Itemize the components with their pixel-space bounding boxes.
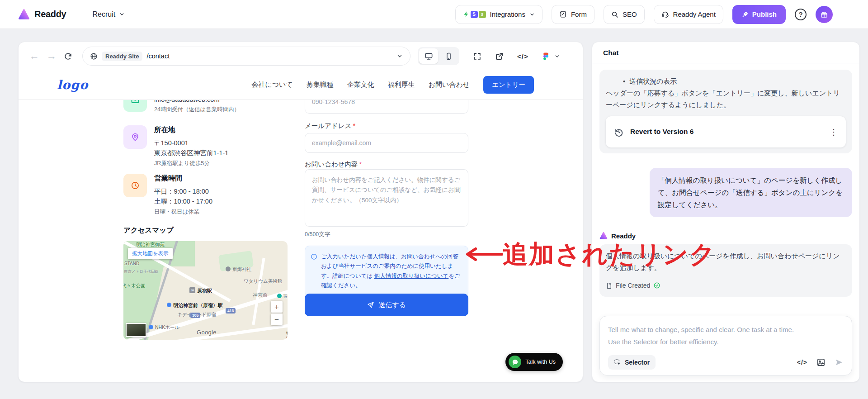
route-badge-413: 413 (226, 308, 236, 314)
selector-button[interactable]: Selector (608, 355, 656, 370)
business-hours-block: 営業時間 平日：9:00 - 18:00 土曜：10:00 - 17:00 日曜… (123, 174, 212, 216)
address-title: 所在地 (154, 125, 228, 135)
selector-label: Selector (625, 359, 650, 366)
contact-address-block: 所在地 〒150-0001 東京都渋谷区神宮前1-1-1 JR原宿駅より徒歩5分 (123, 125, 228, 167)
globe-icon (90, 52, 98, 60)
chat-input[interactable]: Tell me what to change, specific and cle… (599, 316, 852, 375)
site-nav-jobs[interactable]: 募集職種 (307, 81, 334, 89)
street-view-thumbnail[interactable] (126, 323, 146, 337)
required-mark: * (359, 161, 362, 168)
open-external-button[interactable] (495, 52, 504, 61)
site-nav-about[interactable]: 会社について (251, 81, 292, 89)
image-icon (816, 358, 826, 367)
attach-image-button[interactable] (816, 358, 826, 367)
nhk-poi-icon (149, 325, 153, 329)
seo-button[interactable]: SEO (604, 5, 645, 24)
send-icon (367, 301, 374, 309)
fullscreen-button[interactable] (473, 52, 481, 61)
location-pin-icon (123, 125, 147, 149)
assistant-message: 送信状況の表示 ヘッダーの「応募する」ボタンを「エントリー」に変更し、新しいエン… (599, 70, 852, 153)
url-path: /contact (146, 52, 392, 60)
privacy-notice: ご入力いただいた個人情報は、お問い合わせへの回答および当社サービスのご案内のため… (305, 246, 468, 297)
map-zoom-in-button[interactable]: + (271, 301, 283, 313)
kebab-menu-button[interactable]: ⋮ (830, 128, 838, 136)
talk-with-us-button[interactable]: Talk with Us (505, 353, 563, 371)
refresh-icon (64, 52, 72, 61)
device-toggle (418, 47, 459, 65)
privacy-text: ご入力いただいた個人情報は、お問い合わせへの回答および当社サービスのご案内のため… (321, 252, 462, 290)
code-icon: </> (797, 359, 807, 366)
map-label-gyoen: 明治神宮御苑 (136, 242, 165, 248)
site-logo[interactable]: logo (57, 78, 88, 92)
google-map[interactable]: 明治神宮御苑 拡大地図を表示 STAND 東京メトロ千代田線 代々木公園 東郷神… (123, 241, 288, 340)
headset-icon (661, 10, 669, 18)
project-selector[interactable]: Recruit (92, 10, 125, 19)
map-poi-icon (226, 266, 231, 271)
chat-input-actions: </> (797, 358, 844, 367)
readdy-logo-icon (18, 9, 30, 20)
topbar-actions: S s Integrations Form SEO Readdy Agent (455, 5, 833, 24)
send-message-button[interactable] (835, 358, 844, 367)
message-label-text: お問い合わせ内容 (305, 161, 358, 168)
rocket-icon (741, 11, 749, 18)
chat-messages: 送信状況の表示 ヘッダーの「応募する」ボタンを「エントリー」に変更し、新しいエン… (592, 63, 859, 382)
site-nav-benefits[interactable]: 福利厚生 (388, 81, 415, 89)
map-expand-button[interactable]: 拡大地図を表示 (128, 248, 173, 259)
required-mark: * (353, 122, 356, 129)
mobile-icon (445, 52, 453, 60)
map-label-watarium: ワタリウム美術館 (244, 278, 282, 285)
form-button[interactable]: Form (552, 5, 594, 24)
history-icon (614, 127, 624, 137)
site-nav-culture[interactable]: 企業文化 (347, 81, 374, 89)
map-zoom-out-button[interactable]: − (271, 314, 283, 325)
chevron-down-icon[interactable] (396, 53, 403, 59)
figma-icon (542, 52, 550, 60)
chat-panel: Chat 送信状況の表示 ヘッダーの「応募する」ボタンを「エントリー」に変更し、… (592, 42, 860, 382)
url-bar[interactable]: Readdy Site /contact (82, 47, 410, 66)
help-button[interactable]: ? (795, 9, 807, 20)
desktop-view-button[interactable] (419, 48, 438, 64)
site-content: info@dadadaweb.com 24時間受付（返信は営業時間内） 所在地 … (19, 100, 583, 382)
file-created-label: File Created (616, 280, 650, 291)
form-label: Form (571, 10, 587, 18)
gift-button[interactable] (816, 6, 833, 23)
map-label-meijijingumae-station: 明治神宮前〈原宿〉駅 (173, 302, 223, 309)
file-created-status: File Created (606, 280, 846, 291)
check-circle-icon (653, 282, 660, 289)
jr-station-icon: JR (189, 287, 195, 293)
map-report-link[interactable]: 地図の誤りを報告する (286, 331, 288, 340)
entry-button[interactable]: エントリー (483, 76, 534, 94)
readdy-brand[interactable]: Readdy (18, 9, 66, 20)
project-name: Recruit (92, 10, 115, 19)
revert-label: Revert to Version 6 (630, 126, 693, 138)
publish-button[interactable]: Publish (732, 5, 786, 24)
postal-code: 〒150-0001 (154, 138, 228, 148)
selector-icon (614, 359, 621, 366)
site-nav-contact[interactable]: お問い合わせ (429, 81, 470, 89)
figma-export-button[interactable] (542, 52, 560, 60)
forward-button[interactable]: → (47, 51, 57, 61)
info-icon (311, 253, 317, 260)
readdy-logo-icon (599, 232, 608, 240)
integrations-button[interactable]: S s Integrations (455, 5, 542, 24)
revert-version-card[interactable]: Revert to Version 6 ⋮ (606, 116, 846, 147)
integrations-label: Integrations (490, 10, 525, 18)
view-code-button[interactable]: </> (517, 52, 528, 60)
hours-weekday: 平日：9:00 - 18:00 (154, 186, 212, 196)
submit-button[interactable]: 送信する (305, 294, 468, 316)
privacy-policy-link[interactable]: 個人情報の取り扱いについて (374, 273, 449, 279)
app-window: Readdy Recruit S s Integrations Form (0, 0, 868, 399)
chat-input-placeholder-line1: Tell me what to change, specific and cle… (608, 323, 844, 336)
message-textarea[interactable] (305, 169, 468, 227)
readdy-agent-button[interactable]: Readdy Agent (654, 5, 723, 24)
talk-label: Talk with Us (525, 359, 556, 365)
code-snippet-button[interactable]: </> (797, 359, 807, 366)
site-badge: Readdy Site (102, 52, 142, 61)
mobile-view-button[interactable] (439, 48, 458, 64)
back-button[interactable]: ← (29, 51, 39, 61)
map-label-chiyoda-line: 東京メトロ千代田線 (124, 269, 159, 275)
refresh-button[interactable] (64, 52, 72, 61)
phone-input[interactable] (305, 100, 468, 114)
email-input[interactable] (305, 133, 468, 153)
user-message: 「個人情報の取り扱いについて」のページを新しく作成して、お問合せページの「送信す… (650, 168, 852, 217)
